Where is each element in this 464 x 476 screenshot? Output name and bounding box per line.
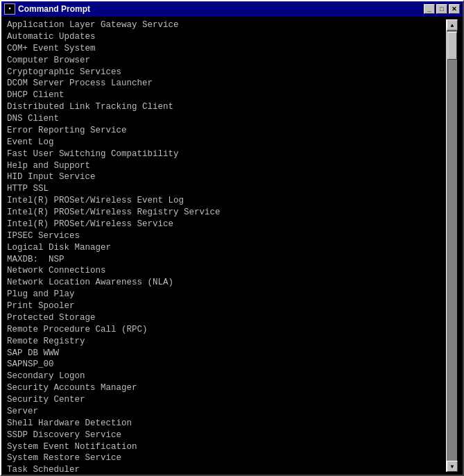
- terminal-line: Error Reporting Service: [7, 125, 446, 137]
- terminal-line: Cryptographic Services: [7, 67, 446, 78]
- scrollbar-thumb[interactable]: [447, 32, 457, 60]
- terminal-line: Automatic Updates: [7, 31, 446, 43]
- terminal-line: Application Layer Gateway Service: [7, 19, 446, 31]
- window-icon: ▪: [4, 3, 15, 15]
- scroll-down-button[interactable]: ▼: [447, 461, 458, 472]
- terminal-line: Fast User Switching Compatibility: [7, 148, 446, 160]
- terminal-line: DCOM Server Process Launcher: [7, 78, 446, 90]
- terminal-line: Print Spooler: [7, 300, 446, 312]
- terminal-line: COM+ Event System: [7, 43, 446, 55]
- terminal-line: Security Center: [7, 394, 446, 406]
- terminal-line: Shell Hardware Detection: [7, 418, 446, 430]
- close-button[interactable]: ✕: [449, 4, 460, 14]
- title-bar-left: ▪ Command Prompt: [4, 3, 90, 15]
- terminal-line: Intel(R) PROSet/Wireless Event Log: [7, 195, 446, 207]
- terminal-line: Plug and Play: [7, 289, 446, 300]
- terminal-line: Network Location Awareness (NLA): [7, 277, 446, 289]
- terminal-line: Security Accounts Manager: [7, 382, 446, 394]
- terminal-line: MAXDB: NSP: [7, 254, 446, 266]
- terminal-line: DNS Client: [7, 113, 446, 125]
- title-bar: ▪ Command Prompt _ □ ✕: [1, 1, 463, 17]
- terminal-line: Remote Registry: [7, 336, 446, 348]
- terminal-line: SAPNSP_00: [7, 359, 446, 371]
- terminal-line: Event Log: [7, 137, 446, 148]
- command-prompt-window: ▪ Command Prompt _ □ ✕ Application Layer…: [0, 0, 464, 476]
- terminal-line: DHCP Client: [7, 90, 446, 101]
- terminal-line: Secondary Logon: [7, 371, 446, 382]
- terminal-line: Help and Support: [7, 160, 446, 172]
- minimize-button[interactable]: _: [424, 4, 435, 14]
- terminal-line: HTTP SSL: [7, 183, 446, 195]
- terminal-line: SAP DB WWW: [7, 348, 446, 359]
- content-area: Application Layer Gateway ServiceAutomat…: [1, 17, 463, 475]
- window-title: Command Prompt: [18, 4, 90, 14]
- terminal-line: Server: [7, 406, 446, 418]
- terminal-line: Remote Procedure Call (RPC): [7, 324, 446, 336]
- terminal-line: Computer Browser: [7, 55, 446, 67]
- title-buttons: _ □ ✕: [424, 4, 460, 14]
- terminal-line: SSDP Discovery Service: [7, 430, 446, 441]
- terminal-line: Logical Disk Manager: [7, 242, 446, 254]
- terminal-line: Network Connections: [7, 265, 446, 277]
- terminal-line: Intel(R) PROSet/Wireless Registry Servic…: [7, 207, 446, 219]
- terminal-line: System Event Notification: [7, 441, 446, 453]
- terminal-line: Intel(R) PROSet/Wireless Service: [7, 219, 446, 230]
- scroll-up-button[interactable]: ▲: [447, 19, 458, 31]
- terminal-line: Protected Storage: [7, 312, 446, 324]
- terminal-line: Distributed Link Tracking Client: [7, 101, 446, 113]
- scrollbar-track[interactable]: [447, 31, 457, 461]
- terminal-line: Task Scheduler: [7, 464, 446, 472]
- terminal-content: Application Layer Gateway ServiceAutomat…: [7, 19, 446, 472]
- terminal-line: IPSEC Services: [7, 230, 446, 242]
- scrollbar[interactable]: ▲ ▼: [446, 19, 457, 472]
- maximize-button[interactable]: □: [436, 4, 447, 14]
- terminal-line: HID Input Service: [7, 171, 446, 183]
- terminal-line: System Restore Service: [7, 452, 446, 464]
